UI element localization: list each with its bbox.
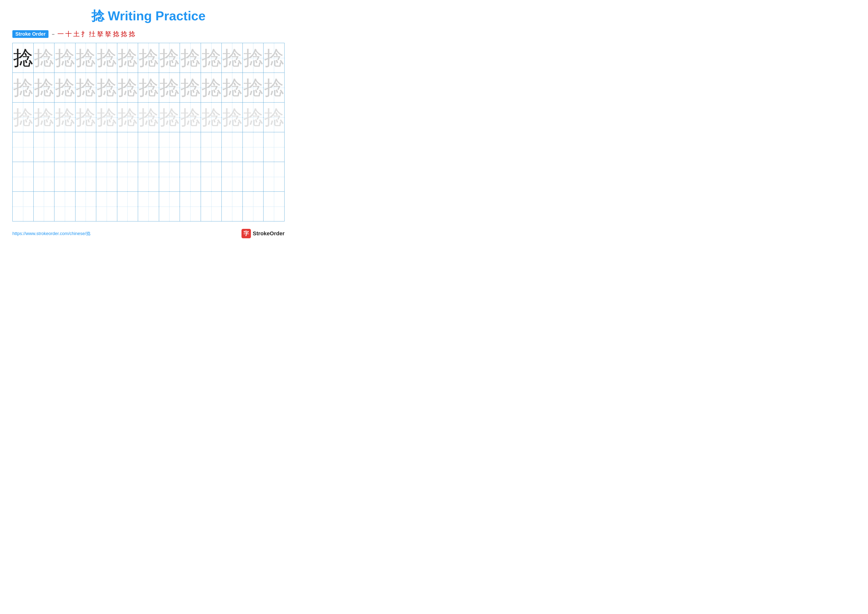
grid-cell[interactable]: 捻	[96, 43, 117, 73]
grid-cell[interactable]	[159, 192, 180, 221]
char-guide-faint: 捻	[180, 106, 200, 128]
grid-cell[interactable]	[138, 192, 159, 221]
char-guide-faint: 捻	[76, 106, 96, 128]
grid-cell[interactable]	[75, 162, 96, 192]
grid-cell[interactable]: 捻	[33, 73, 54, 103]
grid-cell[interactable]	[242, 192, 264, 221]
grid-cell[interactable]	[54, 162, 76, 192]
grid-cell[interactable]	[242, 132, 264, 162]
grid-cell[interactable]: 捻	[138, 73, 159, 103]
grid-cell[interactable]	[33, 162, 54, 192]
grid-cell[interactable]	[138, 162, 159, 192]
char-guide-faint: 捻	[97, 106, 116, 128]
grid-cell[interactable]: 捻	[54, 43, 76, 73]
grid-cell[interactable]	[12, 192, 34, 221]
char-guide: 捻	[222, 76, 242, 99]
grid-cell[interactable]	[96, 192, 117, 221]
grid-cell[interactable]	[222, 132, 243, 162]
footer-link[interactable]: https://www.strokeorder.com/chinese/捻	[12, 231, 91, 236]
grid-cell[interactable]: 捻	[75, 73, 96, 103]
grid-cell[interactable]	[222, 192, 243, 221]
grid-cell[interactable]: 捻	[54, 103, 76, 132]
grid-cell[interactable]: 捻	[222, 73, 243, 103]
grid-cell[interactable]: 捻	[159, 103, 180, 132]
table-row	[12, 132, 285, 162]
char-guide: 捻	[34, 76, 54, 99]
grid-cell[interactable]	[242, 162, 264, 192]
grid-cell[interactable]: 捻	[264, 73, 285, 103]
grid-cell[interactable]: 捻	[96, 73, 117, 103]
grid-cell[interactable]	[222, 162, 243, 192]
char-guide: 捻	[264, 76, 284, 99]
grid-cell[interactable]	[12, 132, 34, 162]
table-row: 捻 捻 捻 捻 捻 捻 捻 捻 捻 捻 捻 捻 捻	[12, 103, 285, 132]
grid-cell[interactable]: 捻	[96, 103, 117, 132]
grid-cell[interactable]: 捻	[12, 103, 34, 132]
grid-cell[interactable]: 捻	[75, 43, 96, 73]
grid-cell[interactable]: 捻	[222, 103, 243, 132]
char-solid: 捻	[13, 47, 33, 69]
grid-cell[interactable]: 捻	[180, 103, 201, 132]
stroke-8: 捻	[113, 30, 119, 38]
grid-cell[interactable]: 捻	[159, 73, 180, 103]
grid-cell[interactable]: 捻	[75, 103, 96, 132]
grid-cell[interactable]	[12, 162, 34, 192]
grid-cell[interactable]: 捻	[180, 73, 201, 103]
grid-cell[interactable]: 捻	[222, 43, 243, 73]
grid-cell[interactable]: 捻	[12, 73, 34, 103]
grid-cell[interactable]: 捻	[117, 73, 138, 103]
grid-cell[interactable]	[159, 162, 180, 192]
grid-cell[interactable]	[117, 132, 138, 162]
grid-cell[interactable]: 捻	[138, 43, 159, 73]
grid-cell[interactable]: 捻	[33, 103, 54, 132]
grid-cell[interactable]: 捻	[242, 103, 264, 132]
char-guide: 捻	[160, 47, 179, 69]
char-guide: 捻	[55, 76, 75, 99]
char-guide: 捻	[76, 47, 96, 69]
grid-cell[interactable]: 捻	[12, 43, 34, 73]
grid-cell[interactable]	[75, 132, 96, 162]
grid-cell[interactable]	[159, 132, 180, 162]
stroke-10: 捻	[129, 30, 135, 38]
grid-cell[interactable]	[264, 162, 285, 192]
grid-cell[interactable]: 捻	[180, 43, 201, 73]
grid-cell[interactable]: 捻	[264, 43, 285, 73]
grid-cell[interactable]: 捻	[264, 103, 285, 132]
grid-cell[interactable]	[117, 162, 138, 192]
grid-cell[interactable]: 捻	[201, 73, 222, 103]
grid-cell[interactable]	[180, 192, 201, 221]
grid-cell[interactable]	[54, 192, 76, 221]
grid-cell[interactable]	[138, 132, 159, 162]
grid-cell[interactable]: 捻	[242, 43, 264, 73]
grid-cell[interactable]	[201, 192, 222, 221]
grid-cell[interactable]	[96, 162, 117, 192]
grid-cell[interactable]	[75, 192, 96, 221]
grid-cell[interactable]	[54, 132, 76, 162]
grid-cell[interactable]	[180, 132, 201, 162]
grid-cell[interactable]: 捻	[159, 43, 180, 73]
brand-name: StrokeOrder	[253, 230, 285, 237]
char-guide: 捻	[55, 47, 75, 69]
grid-cell[interactable]	[201, 162, 222, 192]
char-guide-faint: 捻	[118, 106, 137, 128]
grid-cell[interactable]: 捻	[201, 103, 222, 132]
grid-cell[interactable]: 捻	[201, 43, 222, 73]
grid-cell[interactable]: 捻	[117, 43, 138, 73]
grid-cell[interactable]	[201, 132, 222, 162]
char-guide: 捻	[139, 47, 158, 69]
footer: https://www.strokeorder.com/chinese/捻 字 …	[12, 229, 285, 238]
grid-cell[interactable]	[264, 132, 285, 162]
grid-cell[interactable]	[180, 162, 201, 192]
grid-cell[interactable]	[33, 132, 54, 162]
stroke-9: 捻	[121, 30, 127, 38]
grid-cell[interactable]: 捻	[54, 73, 76, 103]
char-guide: 捻	[202, 76, 221, 99]
grid-cell[interactable]	[117, 192, 138, 221]
grid-cell[interactable]: 捻	[138, 103, 159, 132]
grid-cell[interactable]	[264, 192, 285, 221]
grid-cell[interactable]: 捻	[242, 73, 264, 103]
grid-cell[interactable]	[96, 132, 117, 162]
grid-cell[interactable]	[33, 192, 54, 221]
grid-cell[interactable]: 捻	[33, 43, 54, 73]
grid-cell[interactable]: 捻	[117, 103, 138, 132]
